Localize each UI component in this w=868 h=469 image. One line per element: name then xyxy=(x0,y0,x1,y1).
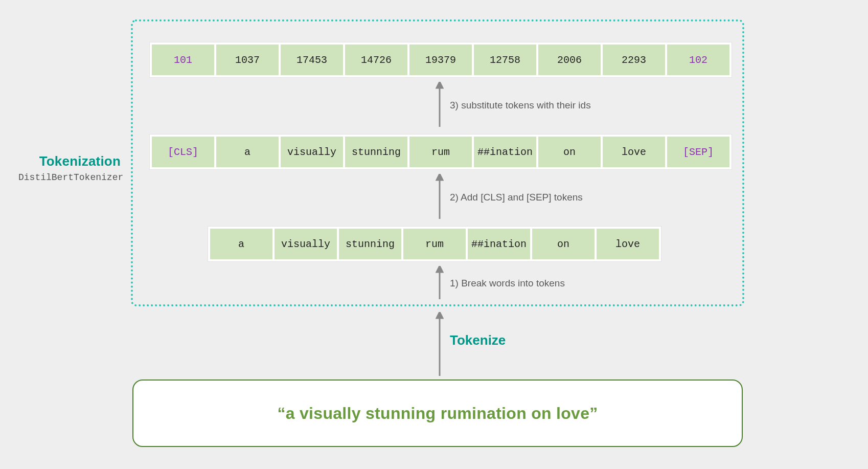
arrow-up-icon xyxy=(435,312,445,376)
input-sentence: “a visually stunning rumination on love” xyxy=(277,404,598,423)
input-sentence-box: “a visually stunning rumination on love” xyxy=(132,379,743,447)
token-cell: visually xyxy=(275,229,337,259)
token-cell: a xyxy=(216,137,279,167)
arrow-up-icon xyxy=(435,82,445,127)
arrow-up-icon xyxy=(435,266,445,299)
token-cell: on xyxy=(532,229,595,259)
token-cell: visually xyxy=(281,137,343,167)
step-3-label: 3) substitute tokens with their ids xyxy=(450,100,591,111)
token-id-cell: 101 xyxy=(152,44,214,75)
sidebar-labels: Tokenization DistilBertTokenizer xyxy=(18,153,121,183)
token-id-cell: 12758 xyxy=(474,44,536,75)
arrow-up-icon xyxy=(435,174,445,219)
token-ids-row: 101 1037 17453 14726 19379 12758 2006 22… xyxy=(149,42,732,78)
step-1-label: 1) Break words into tokens xyxy=(450,278,565,289)
token-id-cell: 2006 xyxy=(538,44,601,75)
token-cell: stunning xyxy=(345,137,407,167)
token-id-cell: 2293 xyxy=(603,44,665,75)
token-cell: rum xyxy=(409,137,472,167)
step-2-label: 2) Add [CLS] and [SEP] tokens xyxy=(450,192,583,203)
token-id-cell: 19379 xyxy=(409,44,472,75)
token-cell: [CLS] xyxy=(152,137,214,167)
tokens-base-row: a visually stunning rum ##ination on lov… xyxy=(208,226,661,262)
tokenizer-name: DistilBertTokenizer xyxy=(18,172,121,183)
token-cell: on xyxy=(538,137,601,167)
token-cell: a xyxy=(210,229,272,259)
tokenize-label: Tokenize xyxy=(450,332,506,348)
token-cell: [SEP] xyxy=(667,137,729,167)
token-id-cell: 14726 xyxy=(345,44,407,75)
token-cell: love xyxy=(603,137,665,167)
tokenization-title: Tokenization xyxy=(18,153,121,169)
token-cell: stunning xyxy=(339,229,401,259)
tokens-full-row: [CLS] a visually stunning rum ##ination … xyxy=(149,134,732,170)
token-id-cell: 102 xyxy=(667,44,729,75)
token-cell: ##ination xyxy=(468,229,530,259)
token-cell: love xyxy=(597,229,659,259)
token-id-cell: 17453 xyxy=(281,44,343,75)
token-id-cell: 1037 xyxy=(216,44,279,75)
token-cell: rum xyxy=(403,229,466,259)
token-cell: ##ination xyxy=(474,137,536,167)
